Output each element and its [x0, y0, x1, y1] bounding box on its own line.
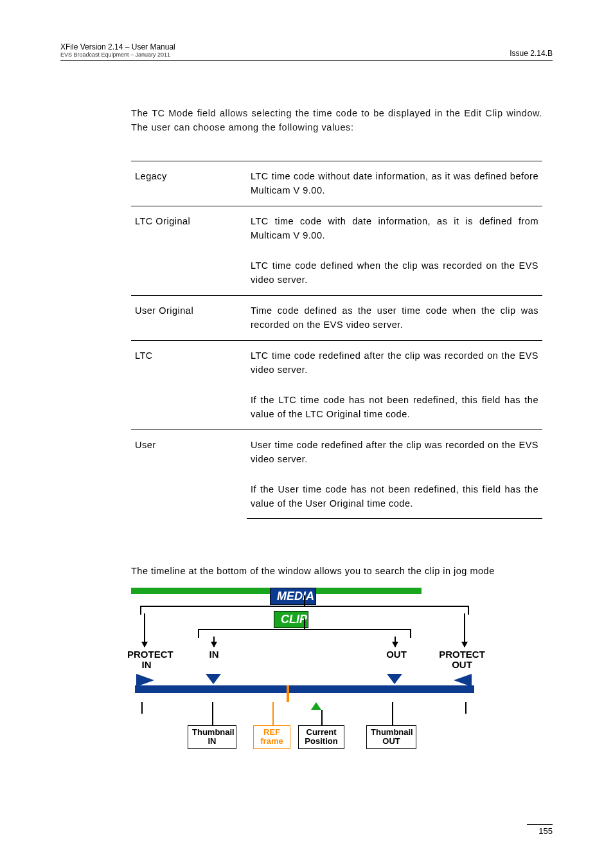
page-header: XFile Version 2.14 – User Manual EVS Bro…: [60, 42, 553, 61]
page-number: 155: [527, 824, 553, 836]
tc-mode-table: Legacy LTC time code without date inform…: [131, 161, 542, 520]
clip-badge: CLIP: [274, 611, 308, 628]
row-desc: If the LTC time code has not been redefi…: [247, 385, 542, 429]
arrow-down-icon: [395, 637, 396, 647]
media-badge: MEDIA: [270, 588, 316, 605]
row-desc: LTC time code redefined after the clip w…: [247, 340, 542, 384]
header-subtitle: EVS Broadcast Equipment – January 2011: [60, 51, 175, 58]
clip-bracket: [198, 629, 411, 637]
row-desc: User time code redefined after the clip …: [247, 429, 542, 474]
media-bracket: [140, 606, 469, 613]
protect-out-label: PROTECT OUT: [437, 649, 487, 671]
connector-line: [392, 714, 393, 725]
protect-in-label: PROTECT IN: [127, 649, 166, 671]
protect-out-marker-icon: [454, 674, 472, 687]
row-label: LTC: [131, 340, 247, 429]
row-desc: LTC time code with date information, as …: [247, 206, 542, 250]
arrow-down-icon: [464, 613, 465, 647]
timeline-diagram: MEDIA CLIP PROTECT IN IN OUT PROTECT OUT: [131, 588, 553, 755]
thumbnail-in-box: Thumbnail IN: [188, 725, 236, 749]
out-label: OUT: [386, 649, 407, 660]
table-row: User User time code redefined after the …: [131, 429, 542, 474]
thumbnail-out-box: Thumbnail OUT: [366, 725, 416, 749]
intro-paragraph: The TC Mode field allows selecting the t…: [131, 106, 542, 135]
tick-mark: [465, 702, 466, 714]
in-marker-icon: [206, 674, 221, 684]
ref-frame-marker: [287, 685, 289, 702]
row-label: User: [131, 429, 247, 519]
connector-line: [212, 714, 213, 725]
table-row: Legacy LTC time code without date inform…: [131, 161, 542, 206]
row-label: User Original: [131, 295, 247, 340]
arrow-down-icon: [144, 613, 145, 647]
connector-line: [321, 710, 323, 725]
header-left: XFile Version 2.14 – User Manual EVS Bro…: [60, 42, 175, 58]
row-label: Legacy: [131, 161, 247, 206]
out-marker-icon: [387, 674, 402, 684]
ref-frame-box: REF frame: [253, 725, 290, 749]
protect-in-marker-icon: [136, 674, 154, 687]
table-row: LTC LTC time code redefined after the cl…: [131, 340, 542, 384]
tick-mark: [141, 702, 143, 714]
playhead-icon: [311, 702, 321, 710]
timeline-intro: The timeline at the bottom of the window…: [131, 564, 542, 578]
in-label: IN: [204, 649, 224, 660]
table-row: LTC Original LTC time code with date inf…: [131, 206, 542, 250]
tick-mark: [392, 702, 393, 714]
row-desc: If the User time code has not been redef…: [247, 475, 542, 519]
table-row: User Original Time code defined as the u…: [131, 295, 542, 340]
header-title: XFile Version 2.14 – User Manual: [60, 42, 175, 51]
header-issue: Issue 2.14.B: [510, 49, 553, 58]
media-bar: [135, 685, 474, 693]
connector-line: [272, 702, 274, 725]
tick-mark: [212, 702, 213, 714]
arrow-down-icon: [213, 637, 215, 647]
current-pos-box: Current Position: [298, 725, 344, 749]
row-desc: LTC time code defined when the clip was …: [247, 251, 542, 295]
row-desc: Time code defined as the user time code …: [247, 295, 542, 340]
row-label: LTC Original: [131, 206, 247, 295]
row-desc: LTC time code without date information, …: [247, 161, 542, 206]
